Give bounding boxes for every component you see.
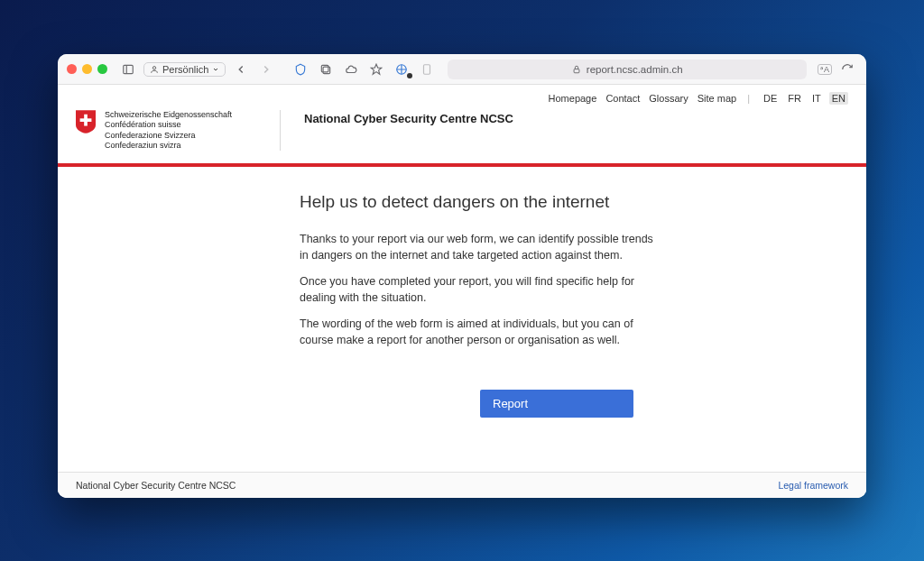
page-body: Homepage Contact Glossary Site map | DE … [58, 85, 866, 498]
back-button[interactable] [231, 61, 251, 78]
main-content: Help us to detect dangers on the interne… [58, 167, 866, 472]
service-nav: Homepage Contact Glossary Site map | DE … [58, 85, 866, 106]
profile-selector[interactable]: Persönlich [143, 62, 226, 77]
nav-glossary[interactable]: Glossary [649, 93, 688, 104]
svg-rect-7 [424, 64, 430, 74]
bookmarks-button[interactable] [366, 61, 386, 78]
zoom-window-button[interactable] [97, 64, 107, 74]
nav-sitemap[interactable]: Site map [698, 93, 736, 104]
footer-org: National Cyber Security Centre NCSC [76, 480, 236, 491]
lang-fr[interactable]: FR [785, 92, 804, 105]
browser-toolbar: Persönlich report.ncs [58, 54, 866, 85]
site-header: Schweizerische Eidgenossenschaft Confédé… [58, 106, 866, 163]
gov-line-de: Schweizerische Eidgenossenschaft [105, 110, 232, 120]
downloads-button[interactable] [417, 61, 437, 78]
browser-window: Persönlich report.ncs [58, 54, 866, 498]
page-heading: Help us to detect dangers on the interne… [300, 192, 661, 212]
close-window-button[interactable] [67, 64, 77, 74]
swiss-shield-icon [76, 110, 96, 133]
svg-marker-5 [372, 64, 383, 74]
footer-legal-link[interactable]: Legal framework [778, 480, 848, 491]
translate-button[interactable]: ᵃA [818, 64, 832, 75]
svg-rect-4 [322, 65, 329, 72]
address-bar[interactable]: report.ncsc.admin.ch [448, 60, 807, 79]
svg-rect-8 [574, 69, 579, 72]
site-footer: National Cyber Security Centre NCSC Lega… [58, 472, 866, 498]
federal-logo: Schweizerische Eidgenossenschaft Confédé… [76, 110, 256, 151]
report-button[interactable]: Report [480, 390, 633, 418]
nav-contact[interactable]: Contact [605, 93, 640, 104]
site-title: National Cyber Security Centre NCSC [304, 110, 513, 125]
gov-line-fr: Confédération suisse [105, 120, 232, 130]
profile-label: Persönlich [162, 64, 208, 75]
url-host: report.ncsc.admin.ch [587, 64, 683, 75]
header-divider [280, 110, 281, 151]
traffic-lights [67, 64, 107, 74]
gov-line-it: Confederazione Svizzera [105, 131, 232, 141]
privacy-report-button[interactable] [291, 61, 310, 78]
service-nav-links: Homepage Contact Glossary Site map [549, 93, 737, 104]
extensions-button[interactable] [392, 61, 411, 78]
intro-p2: Once you have completed your report, you… [300, 274, 661, 306]
icloud-tabs-button[interactable] [341, 61, 361, 78]
lock-icon [572, 65, 581, 74]
language-switcher: DE FR IT EN [761, 92, 848, 105]
lang-en[interactable]: EN [829, 92, 848, 105]
tab-groups-button[interactable] [316, 61, 336, 78]
forward-button[interactable] [256, 61, 276, 78]
gov-line-rm: Confederaziun svizra [105, 141, 232, 151]
sidebar-toggle-button[interactable] [118, 61, 138, 78]
reload-button[interactable] [837, 61, 857, 78]
svg-rect-10 [80, 118, 92, 122]
intro-p3: The wording of the web form is aimed at … [300, 317, 661, 348]
intro-p1: Thanks to your report via our web form, … [300, 232, 661, 263]
confederation-text: Schweizerische Eidgenossenschaft Confédé… [105, 110, 232, 151]
lang-it[interactable]: IT [809, 92, 824, 105]
svg-rect-3 [323, 67, 330, 74]
nav-separator: | [747, 93, 750, 104]
svg-point-2 [152, 66, 155, 69]
lang-de[interactable]: DE [761, 92, 780, 105]
nav-homepage[interactable]: Homepage [549, 93, 597, 104]
minimize-window-button[interactable] [82, 64, 92, 74]
svg-rect-0 [124, 65, 134, 73]
